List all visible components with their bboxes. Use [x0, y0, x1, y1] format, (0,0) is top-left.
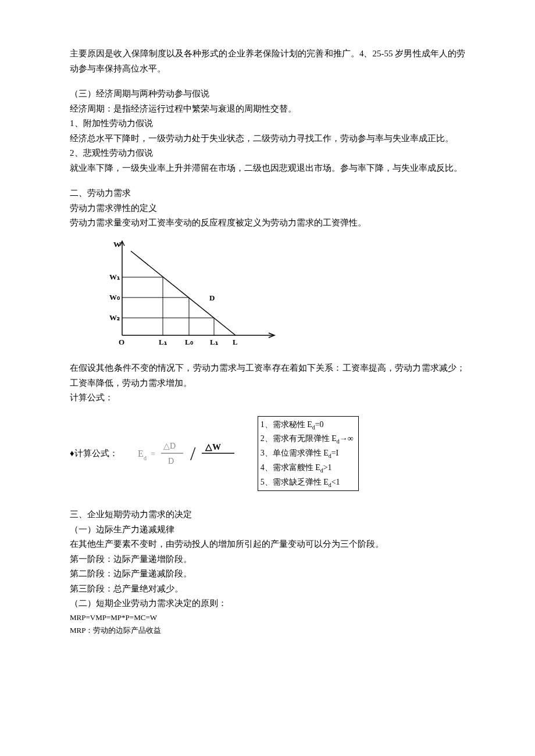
sec3-title: （三）经济周期与两种劳动参与假说 — [70, 87, 465, 102]
short-title: 三、企业短期劳动力需求的决定 — [70, 507, 465, 522]
f-d: d — [144, 455, 147, 461]
short-run-section: 三、企业短期劳动力需求的决定 （一）边际生产力递减规律 在其他生产要素不变时，由… — [70, 507, 465, 637]
section-3: （三）经济周期与两种劳动参与假说 经济周期：是指经济运行过程中繁荣与衰退的周期性… — [70, 87, 465, 175]
case-4: 4、需求富艘性 Ed>1 — [261, 461, 354, 475]
elasticity-cases-box: 1、需求秘性 Ed=0 2、需求有无限弹性 Ed→∞ 3、单位需求弹性 Ed=I… — [258, 416, 359, 492]
case-1: 1、需求秘性 Ed=0 — [261, 418, 354, 432]
graph-svg: W W₁ W₀ W₂ O L₁ L₀ L₁ L D — [93, 237, 285, 353]
sec3-h2-body: 就业率下降，一级失业率上升并滞留在市场，二级也因悲观退出市场。参与率下降，与失业… — [70, 161, 465, 176]
axis-l-label: L — [233, 338, 238, 346]
case-3: 3、单位需求弹性 Ed=I — [261, 446, 354, 461]
f-dw: △W — [205, 442, 221, 452]
short-ph3: 第三阶段：总产量绝对减少。 — [70, 582, 465, 597]
demand-calc: 计算公式： — [70, 390, 465, 406]
demand-section: 二、劳动力需求 劳动力需求弹性的定义 劳动力需求量变动对工资率变动的反应程度被定… — [70, 186, 465, 491]
short-s2t: （二）短期企业劳动力需求决定的原则： — [70, 596, 465, 611]
f-eq: = — [151, 450, 155, 458]
f-ed: E — [138, 449, 144, 458]
label-o: O — [119, 338, 124, 346]
case-5: 5、需求缺乏弹性 Ed<1 — [261, 475, 354, 490]
label-l1a: L₁ — [159, 338, 167, 346]
short-ph1: 第一阶段：边际产量递增阶段。 — [70, 552, 465, 567]
label-w0: W₀ — [109, 293, 120, 302]
demand-def: 劳动力需求量变动对工资率变动的反应程度被定义为劳动力需求的工资弹性。 — [70, 216, 465, 231]
short-mrp: MRP：劳动的边际产品收益 — [70, 624, 465, 637]
demand-relation: 在假设其他条件不变的情况下，劳动力需求与工资率存在着如下关系：工资率提高，劳动力… — [70, 361, 465, 390]
sec3-h1-body: 经济总水平下降时，一级劳动力处于失业状态，二级劳动力寻找工作，劳动参与率与失业率… — [70, 131, 465, 146]
label-l1b: L₁ — [210, 338, 218, 346]
intro-block: 主要原因是收入保障制度以及各种形式的企业养老保险计划的完善和推广。4、25-55… — [70, 46, 465, 76]
f-slash: / — [190, 443, 196, 464]
sec3-h2: 2、悲观性劳动力假说 — [70, 146, 465, 161]
demand-sub: 劳动力需求弹性的定义 — [70, 201, 465, 216]
label-w2: W₂ — [109, 313, 120, 322]
label-l0: L₀ — [185, 338, 194, 346]
short-eq: MRP=VMP=MP*P=MC=W — [70, 611, 465, 624]
short-s1t: （一）边际生产力递减规律 — [70, 522, 465, 538]
sec3-h1: 1、附加性劳动力假说 — [70, 116, 465, 131]
sec3-def: 经济周期：是指经济运行过程中繁荣与衰退的周期性交替。 — [70, 102, 465, 117]
demand-graph: W W₁ W₀ W₂ O L₁ L₀ L₁ L D — [93, 237, 465, 358]
f-dd: △D — [163, 442, 176, 450]
axis-w-label: W — [113, 240, 121, 249]
case-2: 2、需求有无限弹性 Ed→∞ — [261, 432, 354, 446]
elasticity-formula: E d = △D D / △W — [135, 435, 240, 472]
formula-label: ♦计算公式： — [70, 446, 118, 461]
demand-title: 二、劳动力需求 — [70, 186, 465, 201]
svg-line-2 — [131, 251, 236, 335]
label-w1: W₁ — [109, 273, 120, 281]
label-d: D — [209, 293, 215, 302]
short-ph2: 第二阶段：边际产量递减阶段。 — [70, 567, 465, 582]
f-den: D — [168, 457, 174, 465]
intro-text: 主要原因是收入保障制度以及各种形式的企业养老保险计划的完善和推广。4、25-55… — [70, 46, 465, 76]
short-s1b: 在其他生产要素不变时，由劳动投人的增加所引起的产量变动可以分为三个阶段。 — [70, 537, 465, 552]
document-page: 主要原因是收入保障制度以及各种形式的企业养老保险计划的完善和推广。4、25-55… — [0, 0, 535, 756]
formula-row: ♦计算公式： E d = △D D / △W 1、需求秘性 Ed=0 2、需求有… — [70, 416, 465, 492]
